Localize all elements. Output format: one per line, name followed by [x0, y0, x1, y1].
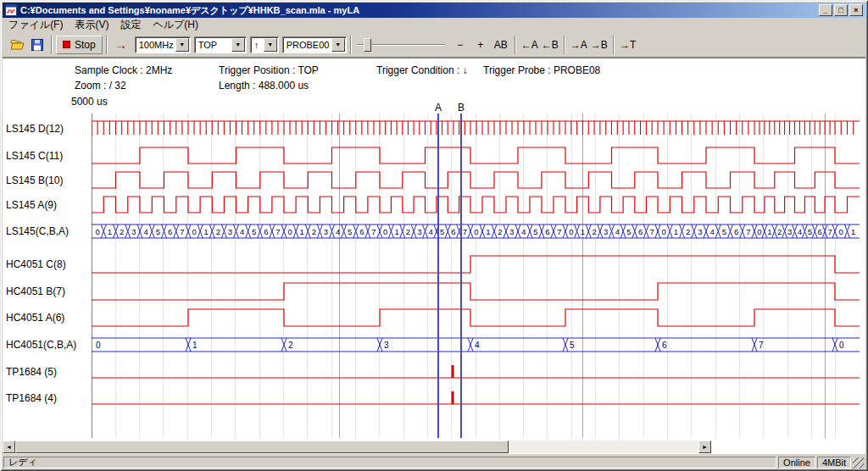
svg-text:2: 2 — [498, 227, 502, 236]
svg-text:4: 4 — [429, 227, 433, 236]
svg-text:4: 4 — [143, 227, 147, 236]
toolbar-separator — [51, 36, 53, 54]
svg-text:1: 1 — [108, 227, 112, 236]
svg-text:0: 0 — [192, 227, 196, 236]
menu-bar: ファイル(F) 表示(V) 設定 ヘルプ(H) — [3, 18, 865, 32]
zoom-slider-thumb[interactable] — [364, 38, 371, 52]
marker-a-label[interactable]: A — [433, 102, 443, 114]
goto-b-prev-button[interactable]: ←B — [540, 36, 560, 54]
run-button[interactable]: → — [111, 36, 131, 54]
channel-label-ls145-a9: LS145 A(9) — [6, 199, 57, 212]
svg-text:0: 0 — [474, 227, 478, 236]
zoom-out-button[interactable]: − — [450, 36, 470, 54]
open-button[interactable] — [7, 36, 27, 54]
info-trigger-position: Trigger Position : TOP — [219, 64, 319, 76]
trigger-edge-select[interactable]: ↑ ▼ — [250, 36, 279, 53]
svg-text:4: 4 — [615, 227, 620, 236]
menu-help[interactable]: ヘルプ(H) — [147, 17, 204, 33]
svg-text:5: 5 — [440, 227, 444, 236]
waveform-plot[interactable]: 0123456701234567012345670123456701234567… — [92, 114, 860, 438]
status-memory: 4MBit — [817, 457, 851, 468]
svg-text:5: 5 — [722, 227, 726, 236]
info-zoom: Zoom : / 32 — [75, 80, 126, 91]
svg-text:7: 7 — [463, 227, 467, 236]
chevron-down-icon[interactable]: ▼ — [175, 38, 189, 52]
scroll-left-button[interactable]: ◄ — [3, 441, 15, 453]
close-button[interactable]: × — [849, 4, 863, 16]
svg-text:1: 1 — [486, 227, 490, 236]
svg-text:7: 7 — [371, 227, 376, 236]
sample-clock-value: 100MHz — [139, 40, 174, 50]
resize-grip[interactable] — [853, 457, 864, 468]
app-window: C:¥Documents and Settings¥noname¥デスクトップ¥… — [0, 0, 868, 471]
menu-file[interactable]: ファイル(F) — [3, 17, 69, 33]
svg-text:7: 7 — [650, 227, 654, 236]
window-title: C:¥Documents and Settings¥noname¥デスクトップ¥… — [20, 4, 817, 17]
channel-label-hc4051-b7: HC4051 B(7) — [6, 285, 65, 298]
goto-a-next-button[interactable]: →A — [569, 36, 589, 54]
svg-text:1: 1 — [300, 227, 304, 236]
scroll-right-button[interactable]: ► — [698, 441, 711, 453]
goto-b-next-button[interactable]: →B — [589, 36, 609, 54]
minimize-button[interactable]: _ — [819, 4, 832, 16]
status-message: レディ — [3, 457, 776, 468]
svg-text:7: 7 — [759, 341, 764, 350]
ab-button[interactable]: AB — [491, 36, 511, 54]
grid — [92, 114, 860, 438]
svg-text:7: 7 — [180, 227, 184, 236]
svg-text:0: 0 — [96, 341, 101, 350]
trigger-probe-select[interactable]: PROBE00 ▼ — [282, 36, 347, 53]
svg-text:6: 6 — [359, 227, 364, 236]
sample-clock-select[interactable]: 100MHz ▼ — [135, 36, 191, 53]
svg-text:3: 3 — [384, 341, 389, 350]
toolbar-separator — [613, 36, 615, 54]
chevron-down-icon[interactable]: ▼ — [231, 38, 245, 52]
channel-label-tp1684-4: TP1684 (4) — [6, 392, 57, 405]
goto-a-prev-button[interactable]: ←A — [520, 36, 540, 54]
svg-text:2: 2 — [777, 227, 782, 236]
svg-text:5: 5 — [570, 341, 575, 350]
trigger-position-select[interactable]: TOP ▼ — [194, 36, 247, 53]
svg-text:0: 0 — [839, 341, 844, 350]
svg-text:3: 3 — [604, 227, 608, 236]
goto-trigger-button[interactable]: →T — [618, 36, 638, 54]
stop-button[interactable]: Stop — [56, 36, 103, 54]
svg-text:5: 5 — [626, 227, 631, 236]
svg-text:5: 5 — [808, 227, 812, 236]
channel-label-ls145-bus: LS145(C,B,A) — [6, 225, 69, 238]
horizontal-scrollbar[interactable]: ◄ ► — [3, 441, 711, 453]
svg-text:0: 0 — [839, 227, 843, 236]
marker-b-label[interactable]: B — [456, 102, 466, 114]
zoom-in-button[interactable]: + — [470, 36, 491, 54]
channel-label-ls145-c11: LS145 C(11) — [6, 150, 63, 163]
svg-text:4: 4 — [798, 227, 802, 236]
channel-label-tp1684-5: TP1684 (5) — [6, 366, 57, 379]
stop-label: Stop — [75, 39, 96, 51]
toolbar-separator — [106, 36, 108, 54]
svg-text:7: 7 — [746, 227, 750, 236]
chevron-down-icon[interactable]: ▼ — [331, 38, 345, 52]
svg-text:1: 1 — [581, 227, 585, 236]
zoom-slider[interactable] — [357, 36, 445, 53]
svg-text:7: 7 — [557, 227, 561, 236]
svg-text:0: 0 — [757, 227, 761, 236]
svg-text:3: 3 — [417, 227, 421, 236]
svg-text:2: 2 — [288, 341, 293, 350]
svg-text:1: 1 — [192, 341, 198, 350]
svg-text:1: 1 — [767, 227, 771, 236]
save-button[interactable] — [27, 36, 47, 54]
svg-text:7: 7 — [827, 227, 832, 236]
svg-text:6: 6 — [818, 227, 822, 236]
menu-settings[interactable]: 設定 — [114, 17, 147, 33]
svg-text:2: 2 — [686, 227, 690, 236]
title-bar[interactable]: C:¥Documents and Settings¥noname¥デスクトップ¥… — [3, 3, 865, 18]
trigger-edge-value: ↑ — [254, 40, 262, 50]
scroll-track[interactable] — [15, 441, 698, 453]
maximize-button[interactable]: □ — [834, 4, 848, 16]
time-origin-label: 5000 us — [71, 96, 108, 108]
menu-view[interactable]: 表示(V) — [69, 17, 114, 33]
scroll-thumb[interactable] — [15, 441, 509, 453]
info-length: Length : 488.000 us — [219, 80, 309, 91]
toolbar-separator — [350, 36, 352, 54]
chevron-down-icon[interactable]: ▼ — [264, 38, 277, 52]
